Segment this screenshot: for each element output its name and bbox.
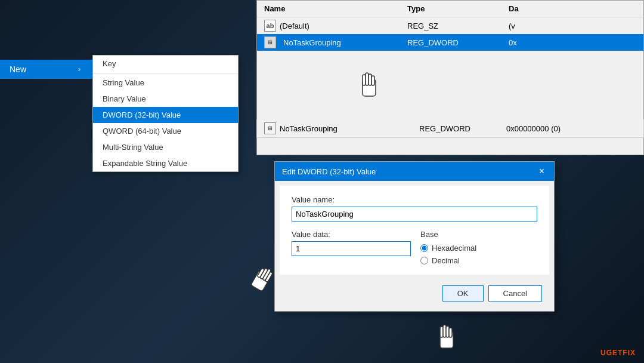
value-data-group: Value data: — [292, 230, 411, 265]
dialog-titlebar: Edit DWORD (32-bit) Value × — [275, 162, 554, 181]
row-name: ⊞ NoTaskGrouping — [264, 36, 383, 48]
dialog-data-row: Value data: Base Hexadecimal Decimal — [292, 230, 537, 265]
cancel-button[interactable]: Cancel — [488, 285, 542, 302]
row-type: REG_DWORD — [407, 38, 485, 47]
watermark: UGETFIX — [600, 349, 636, 357]
dword-icon: ⊞ — [264, 36, 276, 48]
context-menu: Key String Value Binary Value DWORD (32-… — [92, 55, 239, 172]
new-button[interactable]: New › — [0, 60, 92, 79]
hexadecimal-label: Hexadecimal — [432, 244, 476, 253]
table-row[interactable]: ab (Default) REG_SZ (v — [257, 17, 643, 34]
decimal-option[interactable]: Decimal — [420, 256, 476, 265]
menu-item-key[interactable]: Key — [93, 56, 238, 72]
row-name: ab (Default) — [264, 20, 383, 32]
col-data-header: Da — [509, 4, 636, 13]
row-type: REG_SZ — [407, 21, 485, 30]
entry-dword-icon: ⊞ — [264, 122, 276, 134]
new-arrow-icon: › — [78, 65, 80, 73]
dialog-body: Value name: Value data: Base Hexadecimal… — [280, 186, 549, 275]
value-data-label: Value data: — [292, 230, 411, 239]
dialog-overlay: Edit DWORD (32-bit) Value × Value name: … — [274, 161, 555, 312]
row-data: (v — [509, 21, 636, 30]
selected-entry-name: NoTaskGrouping — [280, 37, 345, 48]
menu-item-dword[interactable]: DWORD (32-bit) Value — [93, 107, 238, 123]
hexadecimal-radio[interactable] — [420, 244, 428, 252]
decimal-label: Decimal — [432, 256, 460, 265]
registry-entry-bar: ⊞ NoTaskGrouping REG_DWORD 0x00000000 (0… — [256, 119, 644, 138]
col-name-header: Name — [264, 4, 383, 13]
value-data-input[interactable] — [292, 241, 411, 256]
col-type-header: Type — [407, 4, 485, 13]
new-button-label: New — [10, 64, 26, 74]
decimal-radio[interactable] — [420, 257, 428, 264]
ab-icon: ab — [264, 20, 276, 32]
dialog-footer: OK Cancel — [275, 279, 554, 311]
table-row[interactable]: ⊞ NoTaskGrouping REG_DWORD 0x — [257, 34, 643, 51]
menu-item-string[interactable]: String Value — [93, 75, 238, 91]
menu-divider — [93, 73, 238, 73]
registry-header: Name Type Da — [257, 1, 643, 17]
entry-name-cell: ⊞ NoTaskGrouping — [264, 122, 383, 134]
menu-item-binary[interactable]: Binary Value — [93, 91, 238, 107]
dialog-close-button[interactable]: × — [537, 167, 547, 176]
value-name-label: Value name: — [292, 195, 537, 204]
entry-type-cell: REG_DWORD — [419, 124, 470, 133]
value-name-input[interactable] — [292, 207, 537, 222]
watermark-suffix: FIX — [623, 349, 636, 357]
watermark-prefix: UGET — [600, 349, 623, 357]
dialog-title: Edit DWORD (32-bit) Value — [282, 167, 376, 176]
entry-data-cell: 0x00000000 (0) — [506, 124, 561, 133]
menu-item-expandable[interactable]: Expandable String Value — [93, 155, 238, 171]
menu-item-qword[interactable]: QWORD (64-bit) Value — [93, 123, 238, 139]
context-menu-container: New › Key String Value Binary Value DWOR… — [0, 60, 239, 172]
ok-button[interactable]: OK — [442, 285, 484, 302]
row-data: 0x — [509, 38, 636, 47]
edit-dword-dialog: Edit DWORD (32-bit) Value × Value name: … — [274, 161, 555, 312]
menu-item-multi[interactable]: Multi-String Value — [93, 139, 238, 155]
base-group: Base Hexadecimal Decimal — [420, 230, 476, 265]
hexadecimal-option[interactable]: Hexadecimal — [420, 244, 476, 253]
base-label: Base — [420, 230, 476, 239]
